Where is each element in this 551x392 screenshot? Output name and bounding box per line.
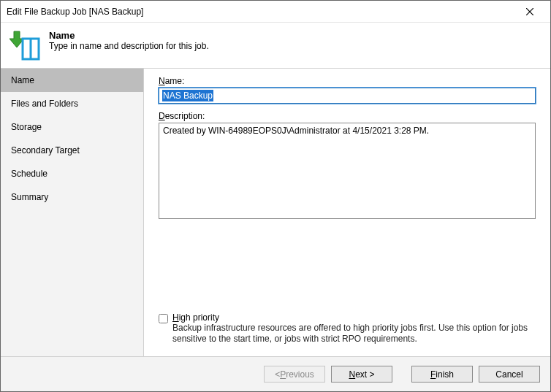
header-text: Name Type in name and description for th… xyxy=(49,28,209,51)
accelerator-char: D xyxy=(159,111,165,121)
high-priority-help: Backup infrastructure resources are offe… xyxy=(172,323,536,345)
finish-button[interactable]: Finish xyxy=(411,366,473,383)
high-priority-checkbox[interactable] xyxy=(159,314,168,323)
label-text: igh priority xyxy=(179,312,219,323)
btn-rest: inish xyxy=(436,369,454,380)
close-icon xyxy=(526,8,533,15)
sidebar-item-label: Files and Folders xyxy=(11,99,78,109)
cancel-button[interactable]: Cancel xyxy=(479,366,540,383)
high-priority-caption: High priority xyxy=(172,312,536,323)
sidebar-item-label: Summary xyxy=(11,192,48,202)
sidebar-item-label: Storage xyxy=(11,122,42,132)
page-title: Name xyxy=(49,30,209,41)
dialog-body: Name Files and Folders Storage Secondary… xyxy=(1,68,550,356)
backup-job-icon xyxy=(10,28,42,61)
description-textarea[interactable] xyxy=(159,123,536,219)
form-area: Name: NAS Backup Description: High prior… xyxy=(144,69,550,356)
accelerator-char: P xyxy=(280,369,286,380)
page-subtitle: Type in name and description for this jo… xyxy=(49,41,209,51)
sidebar-item-secondary-target[interactable]: Secondary Target xyxy=(1,139,143,162)
sidebar-item-label: Name xyxy=(11,75,34,85)
label-text: escription: xyxy=(165,111,205,121)
window-title: Edit File Backup Job [NAS Backup] xyxy=(7,7,515,17)
btn-label: Cancel xyxy=(495,369,522,380)
titlebar: Edit File Backup Job [NAS Backup] xyxy=(1,1,550,23)
accelerator-char: H xyxy=(172,312,179,323)
next-button[interactable]: Next > xyxy=(331,366,392,383)
previous-button: < Previous xyxy=(264,366,325,383)
sidebar-item-summary[interactable]: Summary xyxy=(1,185,143,209)
name-input[interactable] xyxy=(159,88,536,104)
high-priority-row: High priority Backup infrastructure reso… xyxy=(159,312,536,345)
label-text: ame: xyxy=(165,76,185,86)
accelerator-char: N xyxy=(159,76,165,86)
sidebar-item-label: Schedule xyxy=(11,169,48,179)
sidebar-item-schedule[interactable]: Schedule xyxy=(1,162,143,185)
btn-rest: revious xyxy=(286,369,314,380)
name-input-wrap: NAS Backup xyxy=(159,88,536,104)
sidebar-item-label: Secondary Target xyxy=(11,145,80,155)
sidebar-item-storage[interactable]: Storage xyxy=(1,115,143,139)
wizard-sidebar: Name Files and Folders Storage Secondary… xyxy=(1,69,144,356)
high-priority-labels: High priority Backup infrastructure reso… xyxy=(172,312,536,345)
accelerator-char: N xyxy=(349,369,355,380)
btn-pre: < xyxy=(275,369,280,380)
close-button[interactable] xyxy=(515,1,544,22)
name-label: Name: xyxy=(159,76,536,86)
accelerator-char: F xyxy=(430,369,436,380)
sidebar-item-files-and-folders[interactable]: Files and Folders xyxy=(1,92,143,115)
dialog-window: Edit File Backup Job [NAS Backup] Name T… xyxy=(0,0,551,392)
btn-rest: ext > xyxy=(355,369,374,380)
dialog-footer: < Previous Next > Finish Cancel xyxy=(1,356,550,391)
description-label: Description: xyxy=(159,111,536,121)
sidebar-item-name[interactable]: Name xyxy=(1,69,143,92)
header-band: Name Type in name and description for th… xyxy=(1,23,550,68)
